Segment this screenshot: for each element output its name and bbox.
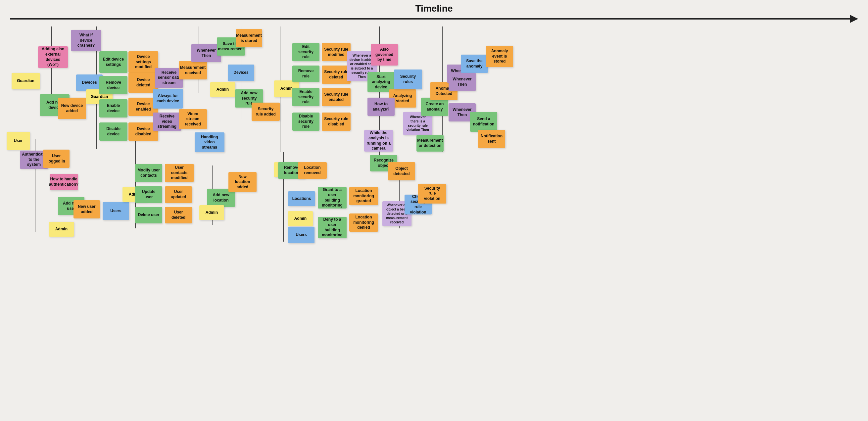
note-n43[interactable]: User deleted [165,207,192,223]
note-text-n71: While the analysis is running on a camer… [367,130,391,151]
note-text-n25: Devices [234,70,248,75]
note-n68[interactable]: Start analyzing device [368,72,395,92]
note-text-n64: Users [296,232,307,238]
note-text-n8: Edit device settings [102,57,125,67]
note-n1[interactable]: Guardian [11,73,40,89]
note-text-n34: New user added [76,204,98,215]
note-n24[interactable]: Measurement is stored [236,29,262,47]
note-n50[interactable]: Remove rule [292,66,319,82]
note-n42[interactable]: Delete user [135,207,162,223]
note-n45[interactable]: New location added [228,172,256,192]
note-n21[interactable]: Handling video streams [195,132,224,152]
note-text-n86: Save the anomaly [463,59,486,69]
note-text-n1: Guardian [17,78,34,84]
note-n31[interactable]: User logged in [43,150,69,168]
note-n25[interactable]: Devices [228,65,254,81]
note-n59[interactable]: Location removed [298,162,327,179]
note-n28[interactable]: Security rule added [252,103,280,121]
note-n62[interactable]: Grant to a user building monitoring [318,187,347,208]
note-text-n55: Security rule disabled [324,117,348,127]
note-n8[interactable]: Edit device settings [99,51,127,73]
note-text-n62: Grant to a user building monitoring [320,187,344,208]
note-n26[interactable]: Admin [210,82,235,97]
note-text-n7: Guardian [91,94,108,100]
note-n55[interactable]: Security rule disabled [322,112,350,131]
note-n49[interactable]: Security rule modified [322,43,350,61]
note-n3[interactable]: What if device crashes? [71,30,101,51]
note-n41[interactable]: User updated [165,186,192,203]
note-n18[interactable]: Receive video streaming [153,112,181,131]
note-n76[interactable]: Measurement or detection [416,135,443,152]
note-text-n75: Whenever there is a security rule violat… [406,115,430,132]
note-n86[interactable]: Save the anomaly [461,55,488,73]
note-text-n88: Whenever Then [451,77,473,87]
note-text-n16: Receive sensor data stream [157,70,181,86]
note-n88[interactable]: Whenever Then [448,73,476,91]
note-text-n54: Disable security rule [294,114,317,129]
note-n9[interactable]: Device settings modified [128,51,158,73]
page-title: Timeline [415,3,453,14]
note-text-n46: Admin [206,210,218,216]
note-n66[interactable]: Location monitoring denied [349,214,378,232]
note-n51[interactable]: Security rule deleted [322,66,350,84]
note-text-n59: Location removed [300,165,324,175]
note-n48[interactable]: Edit security rule [292,43,319,61]
note-n34[interactable]: New user added [73,200,100,219]
note-text-n31: User logged in [45,154,67,164]
note-n65[interactable]: Deny to a user building monitoring [318,217,347,238]
note-n2[interactable]: Adding also external devices (WoT) [38,46,68,68]
note-n52[interactable]: Enable security rule [292,88,319,106]
note-n32[interactable]: How to handle authentication? [50,174,78,190]
note-n60[interactable]: Locations [288,191,315,206]
note-text-n6: Devices [82,80,97,86]
note-n6[interactable]: Devices [76,74,103,91]
note-n14[interactable]: Disable device [99,123,127,141]
note-n73[interactable]: Object detected [388,162,415,181]
note-n5[interactable]: New device added [58,98,86,119]
note-text-n38: Modify user contacts [137,168,160,178]
note-text-n66: Location monitoring denied [351,215,376,230]
note-n20[interactable]: Video stream received [179,109,207,129]
note-text-n22: Whenever Then [194,48,219,58]
note-n80[interactable]: Create an anomaly [421,98,448,116]
note-n53[interactable]: Security rule enabled [322,88,350,106]
note-n67[interactable]: Also governed by time [371,44,398,66]
note-n19[interactable]: Measurement received [179,61,207,79]
note-text-n17: Always for each device [155,93,180,104]
note-n10[interactable]: Remove device [99,76,127,94]
note-text-n50: Remove rule [294,68,317,79]
note-n71[interactable]: While the analysis is running on a camer… [364,130,393,152]
note-text-n69: Analyzing started [391,93,414,104]
note-text-n73: Object detected [390,166,413,176]
note-text-n12: Enable device [102,103,125,114]
note-n40[interactable]: Update user [135,186,162,203]
note-n12[interactable]: Enable device [99,99,127,118]
note-n85[interactable]: Notification sent [478,130,505,148]
note-text-n28: Security rule added [254,106,277,117]
note-n46[interactable]: Admin [199,205,224,220]
note-n39[interactable]: User contacts modified [165,164,194,182]
note-text-n15: Device disabled [131,126,156,137]
note-n74[interactable]: Security rules [394,69,422,89]
note-n64[interactable]: Users [288,227,314,243]
note-n35[interactable]: Admin [49,222,74,237]
note-text-n47: Admin [280,86,292,91]
note-n87[interactable]: Anomaly event is stored [486,46,513,67]
note-n63[interactable]: Location monitoring granted [349,187,378,205]
note-n38[interactable]: Modify user contacts [135,164,162,182]
note-n29[interactable]: User [7,132,30,150]
timeline-canvas: Timeline GuardianAdding also external de… [0,0,868,421]
note-text-n35: Admin [55,227,67,232]
note-n17[interactable]: Always for each device [153,89,183,108]
note-n54[interactable]: Disable security rule [292,112,319,131]
note-n70[interactable]: How to analyze? [368,98,395,116]
note-n79[interactable]: Security rule violation [418,184,446,203]
note-n61[interactable]: Admin [288,211,313,226]
note-text-n49: Security rule modified [324,47,348,57]
note-text-n14: Disable device [102,126,125,137]
note-text-n29: User [14,138,23,143]
note-text-n51: Security rule deleted [324,69,348,80]
note-n84[interactable]: Send a notification [470,112,497,132]
note-n36[interactable]: Users [103,202,129,220]
note-text-n61: Admin [294,216,307,221]
